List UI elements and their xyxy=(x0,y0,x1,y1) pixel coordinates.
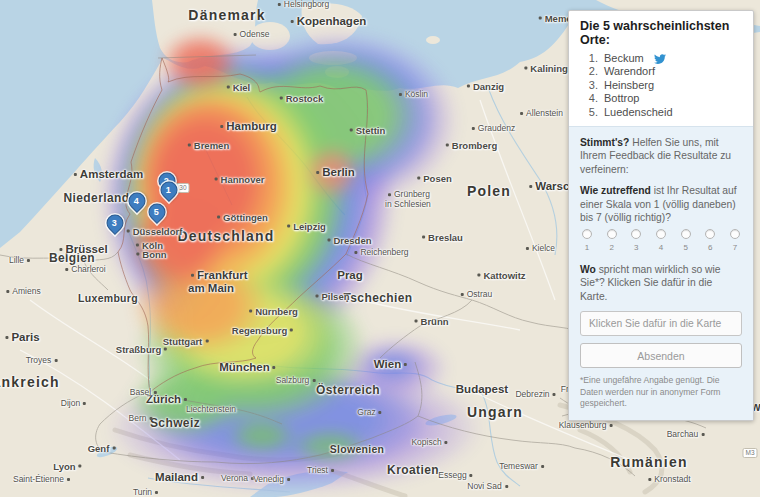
rating-radio-2[interactable]: 2 xyxy=(607,229,617,254)
radio-value-label: 5 xyxy=(683,241,687,254)
place-item: 2.Warendorf xyxy=(580,65,742,78)
rating-question-bold: Wie zutreffend xyxy=(580,185,651,196)
place-name: Bottrop xyxy=(604,92,639,105)
rating-question: Wie zutreffend ist Ihr Resultat auf eine… xyxy=(580,184,742,224)
ijsselmeer xyxy=(94,158,102,182)
radio-circle[interactable] xyxy=(730,229,740,239)
radio-value-label: 2 xyxy=(609,241,613,254)
funen-island xyxy=(250,22,290,50)
feedback-intro-bold: Stimmt's? xyxy=(580,137,629,148)
twitter-icon[interactable] xyxy=(654,53,666,65)
rating-radio-5[interactable]: 5 xyxy=(681,229,691,254)
ruegen-island xyxy=(325,66,349,78)
radio-value-label: 7 xyxy=(733,241,737,254)
results-panel: Die 5 wahrscheinlichsten Orte: 1.Beckum … xyxy=(568,10,754,421)
rating-radio-4[interactable]: 4 xyxy=(656,229,666,254)
place-list: 1.Beckum 2.Warendorf3.Heinsberg4.Bottrop… xyxy=(580,52,742,119)
rating-radio-7[interactable]: 7 xyxy=(730,229,740,254)
map-click-input[interactable] xyxy=(580,311,742,336)
place-rank: 1. xyxy=(580,52,598,65)
radio-value-label: 3 xyxy=(634,241,638,254)
place-name: Beckum xyxy=(604,52,644,65)
panel-title: Die 5 wahrscheinlichsten Orte: xyxy=(580,19,742,47)
place-name: Luedenscheid xyxy=(604,106,673,119)
rating-radio-1[interactable]: 1 xyxy=(582,229,592,254)
place-item: 3.Heinsberg xyxy=(580,79,742,92)
twitter-share[interactable] xyxy=(649,53,666,65)
place-name: Warendorf xyxy=(604,65,655,78)
place-name: Heinsberg xyxy=(604,79,654,92)
radio-value-label: 6 xyxy=(708,241,712,254)
place-item: 5.Luedenscheid xyxy=(580,106,742,119)
place-rank: 2. xyxy=(580,65,598,78)
place-item: 1.Beckum xyxy=(580,52,742,65)
submit-button[interactable]: Absenden xyxy=(580,343,742,368)
radio-circle[interactable] xyxy=(631,229,641,239)
radio-circle[interactable] xyxy=(582,229,592,239)
rating-scale: 1234567 xyxy=(582,229,740,254)
rating-radio-6[interactable]: 6 xyxy=(705,229,715,254)
adriatic-sea xyxy=(250,471,348,497)
lolland-island xyxy=(309,51,357,65)
where-question: Wo spricht man wirklich so wie Sie*? Kli… xyxy=(580,263,742,303)
place-rank: 3. xyxy=(580,79,598,92)
radio-circle[interactable] xyxy=(607,229,617,239)
where-question-text: spricht man wirklich so wie Sie*? Klicke… xyxy=(580,264,721,302)
bornholm-island xyxy=(426,36,440,44)
place-rank: 5. xyxy=(580,106,598,119)
radio-value-label: 1 xyxy=(585,241,589,254)
feedback-intro: Stimmt's? Helfen Sie uns, mit Ihrem Feed… xyxy=(580,136,742,176)
top-places-section: Die 5 wahrscheinlichsten Orte: 1.Beckum … xyxy=(569,11,753,126)
where-question-bold: Wo xyxy=(580,264,596,275)
dialect-map[interactable]: DänemarkNiederlandeBelgienDeutschlandPol… xyxy=(0,0,760,497)
lake-geneva xyxy=(95,445,118,460)
radio-value-label: 4 xyxy=(659,241,663,254)
rivers xyxy=(128,90,557,492)
rating-radio-3[interactable]: 3 xyxy=(631,229,641,254)
radio-circle[interactable] xyxy=(656,229,666,239)
feedback-section: Stimmt's? Helfen Sie uns, mit Ihrem Feed… xyxy=(569,126,753,420)
radio-circle[interactable] xyxy=(705,229,715,239)
lake-balaton xyxy=(425,412,458,428)
privacy-footnote: *Eine ungefähre Angabe genügt. Die Daten… xyxy=(580,375,742,410)
place-item: 4.Bottrop xyxy=(580,92,742,105)
place-rank: 4. xyxy=(580,92,598,105)
radio-circle[interactable] xyxy=(681,229,691,239)
